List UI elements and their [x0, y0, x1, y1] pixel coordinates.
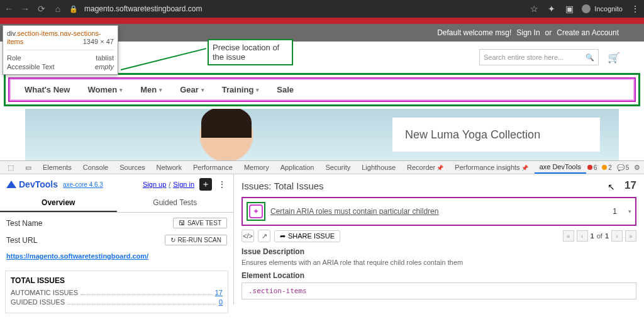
automatic-issues-count[interactable]: 17: [215, 289, 223, 296]
nav-women[interactable]: Women▾: [87, 85, 123, 94]
search-icon[interactable]: 🔍: [586, 53, 594, 62]
pager-first[interactable]: «: [563, 230, 574, 242]
devtools-tab-perf-insights[interactable]: Performance insights📌: [450, 162, 533, 173]
sign-up-link[interactable]: Sign up: [143, 181, 166, 188]
inspect-icon[interactable]: ⬚: [3, 162, 19, 174]
tab-guided-tests[interactable]: Guided Tests: [117, 194, 234, 212]
save-test-button[interactable]: 🖫SAVE TEST: [173, 218, 227, 228]
extensions-icon[interactable]: ✦: [547, 4, 557, 14]
issue-title[interactable]: Certain ARIA roles must contain particul…: [270, 207, 608, 216]
sign-in-link[interactable]: Sign In: [516, 28, 540, 37]
issue-description-heading: Issue Description: [242, 247, 636, 256]
gear-icon[interactable]: ⚙: [634, 164, 640, 172]
pager-total: 1: [605, 232, 609, 240]
browser-toolbar: ← → ⟳ ⌂ 🔒 magento.softwaretestingboard.c…: [0, 0, 644, 18]
chevron-down-icon: ▾: [159, 87, 162, 93]
info-count-badge[interactable]: 💬5: [617, 164, 630, 171]
stop-icon[interactable]: ▣: [564, 4, 574, 14]
demo-banner: [0, 18, 644, 24]
main-nav: What's New Women▾ Men▾ Gear▾ Training▾ S…: [8, 77, 636, 102]
share-issue-button[interactable]: ➦SHARE ISSUE: [274, 230, 340, 242]
star-icon[interactable]: ☆: [529, 4, 539, 14]
chevron-down-icon: ▾: [119, 87, 123, 93]
axe-main-panel: ↖ Issues: Total Issues 17 ✦ Certain ARIA…: [234, 174, 644, 304]
devtools-tab-performance[interactable]: Performance: [188, 162, 238, 173]
sign-in-link-axe[interactable]: Sign in: [173, 181, 194, 188]
devtools-tab-sources[interactable]: Sources: [114, 162, 150, 173]
axe-subtabs: Overview Guided Tests: [0, 194, 233, 213]
automatic-issues-label: AUTOMATIC ISSUES: [11, 289, 78, 296]
main-nav-highlight: What's New Women▾ Men▾ Gear▾ Training▾ S…: [4, 73, 640, 106]
share-icon: ➦: [280, 232, 286, 240]
search-placeholder: Search entire store here...: [484, 53, 586, 61]
devtools-tab-memory[interactable]: Memory: [239, 162, 274, 173]
element-location-heading: Element Location: [242, 271, 636, 280]
issues-total-count: 17: [625, 179, 636, 192]
welcome-message: Default welcome msg!: [437, 28, 511, 37]
test-url-link[interactable]: https://magento.softwaretestingboard.com…: [6, 252, 148, 260]
impact-critical-icon: ✦: [249, 204, 263, 218]
device-icon[interactable]: ▭: [20, 162, 36, 174]
pin-icon: 📌: [436, 165, 443, 171]
nav-training[interactable]: Training▾: [222, 85, 260, 94]
warning-count-badge[interactable]: 2: [602, 164, 612, 171]
back-icon[interactable]: ←: [4, 4, 14, 14]
guided-issues-label: GUIDED ISSUES: [11, 298, 65, 306]
axe-version[interactable]: axe-core 4.6.3: [63, 181, 103, 188]
issue-pager: « ‹ 1 of 1 › »: [563, 230, 636, 242]
code-icon[interactable]: </>: [242, 230, 254, 242]
annotation-label: Precise location of the issue: [208, 39, 293, 65]
rerun-scan-button[interactable]: ↻RE-RUN SCAN: [165, 235, 227, 245]
hero-promo-text: New Luma Yoga Collection: [392, 118, 600, 152]
forward-icon[interactable]: →: [20, 4, 30, 14]
incognito-icon: [582, 4, 591, 13]
menu-icon[interactable]: ⋮: [630, 4, 640, 14]
devtools-tab-network[interactable]: Network: [152, 162, 187, 173]
refresh-icon: ↻: [170, 237, 175, 243]
chevron-down-icon: ▾: [201, 87, 204, 93]
nav-gear[interactable]: Gear▾: [180, 85, 204, 94]
pager-prev[interactable]: ‹: [577, 230, 588, 242]
address-bar[interactable]: magento.softwaretestingboard.com: [84, 4, 523, 13]
reload-icon[interactable]: ⟳: [36, 4, 47, 14]
cart-icon[interactable]: 🛒: [608, 52, 619, 63]
search-input[interactable]: Search entire store here... 🔍: [479, 49, 599, 65]
incognito-badge: Incognito: [582, 4, 623, 13]
tab-overview[interactable]: Overview: [0, 194, 117, 212]
devtools-tab-application[interactable]: Application: [275, 162, 319, 173]
chevron-down-icon[interactable]: ▾: [628, 208, 631, 215]
error-count-badge[interactable]: 6: [587, 164, 597, 171]
devtools-tab-recorder[interactable]: Recorder📌: [402, 162, 448, 173]
element-location-code[interactable]: .section-items: [242, 282, 636, 299]
issues-heading: Issues: Total Issues: [242, 181, 324, 191]
pager-last[interactable]: »: [625, 230, 636, 242]
test-name-label: Test Name: [6, 219, 173, 228]
create-account-link[interactable]: Create an Account: [557, 28, 619, 37]
open-link-icon[interactable]: ↗: [258, 230, 270, 242]
kebab-menu[interactable]: ⋮: [217, 179, 227, 189]
hero-banner[interactable]: New Luma Yoga Collection: [25, 109, 619, 160]
pager-next[interactable]: ›: [611, 230, 623, 242]
test-url-label: Test URL: [6, 236, 165, 245]
issue-row[interactable]: ✦ Certain ARIA roles must contain partic…: [242, 197, 636, 226]
devtools-tab-lighthouse[interactable]: Lighthouse: [357, 162, 401, 173]
nav-sale[interactable]: Sale: [277, 85, 294, 94]
add-button[interactable]: ＋: [199, 178, 212, 191]
nav-whats-new[interactable]: What's New: [25, 85, 70, 94]
devtools-tab-axe[interactable]: axe DevTools: [535, 161, 586, 174]
devtools-tabstrip: ⬚ ▭ Elements Console Sources Network Per…: [0, 160, 644, 174]
chevron-down-icon: ▾: [256, 87, 259, 93]
devtools-tab-console[interactable]: Console: [78, 162, 113, 173]
devtools-tab-elements[interactable]: Elements: [38, 162, 77, 173]
cursor-icon: ↖: [608, 182, 615, 192]
hero-image: [189, 113, 264, 160]
axe-logo-icon: [6, 181, 16, 188]
pager-of: of: [597, 232, 602, 240]
guided-issues-count[interactable]: 0: [219, 298, 223, 306]
devtools-tab-security[interactable]: Security: [320, 162, 355, 173]
lock-icon: 🔒: [69, 5, 78, 13]
nav-men[interactable]: Men▾: [140, 85, 162, 94]
save-icon: 🖫: [179, 220, 185, 226]
axe-logo: DevTools: [6, 179, 58, 189]
home-icon[interactable]: ⌂: [53, 4, 63, 14]
